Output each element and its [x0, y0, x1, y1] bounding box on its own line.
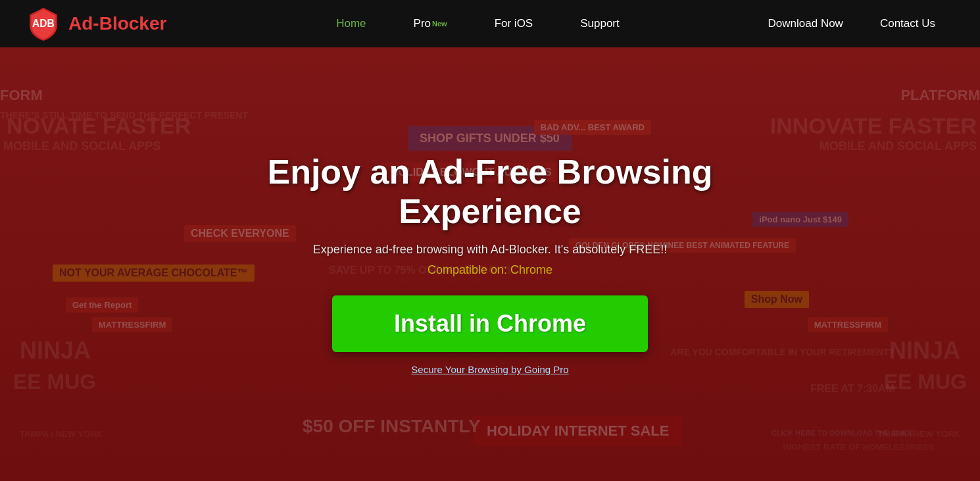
bg-text-4: mobile and social apps [820, 139, 977, 153]
nav-item-pro[interactable]: Pro New [390, 0, 471, 47]
navbar: ADB Ad-Blocker Home Pro New For iOS Supp… [0, 0, 980, 47]
secure-browsing-link[interactable]: Secure Your Browsing by Going Pro [411, 364, 568, 375]
hero-title: Enjoy an Ad-Free Browsing Experience [240, 153, 740, 232]
nav-pro-badge: New [432, 20, 447, 28]
nav-right: Download Now Contact Us [750, 0, 954, 47]
bg-banner-mattress: MATTRESSFIRM [92, 317, 172, 332]
nav-pro-label: Pro [414, 17, 431, 30]
hero-compatible: Compatible on: Chrome [240, 263, 740, 277]
hero-section: NOVATE FASTER mobile and social apps INN… [0, 47, 980, 481]
bg-text-2: mobile and social apps [3, 139, 160, 153]
hero-subtitle: Experience ad-free browsing with Ad-Bloc… [240, 243, 740, 257]
bg-text-1: NOVATE FASTER [7, 113, 191, 139]
install-chrome-button[interactable]: Install in Chrome [332, 295, 648, 352]
bg-text-ninja: NINJA [20, 337, 91, 365]
bg-banner-shop: Shop Now [745, 291, 809, 308]
bg-banner-mattress-r: MATTRESSFIRM [808, 317, 888, 332]
bg-text-mug-r: EE MUG [884, 370, 967, 394]
bg-text-highest: HIGHEST rate of HOMELESSNESS [783, 442, 934, 452]
logo-shield-icon: ADB [26, 7, 61, 41]
bg-text-click: Click Here to Download The Guide [772, 429, 914, 437]
bg-banner-holiday-internet: HOLIDAY INTERNET SALE [474, 416, 682, 446]
nav-item-ios[interactable]: For iOS [471, 0, 557, 47]
nav-item-home[interactable]: Home [312, 0, 389, 47]
bg-text-ninja-r: NINJA [889, 337, 960, 365]
bg-text-50off: $50 Off Instantly [303, 416, 481, 437]
bg-text-mug: EE MUG [13, 370, 96, 394]
bg-banner-shop-gifts: SHOP GIFTS UNDER $50 [408, 126, 572, 151]
bg-text-stilltime: There's Still Time to send the perfect p… [0, 110, 248, 120]
bg-text-platform-l: form [0, 87, 43, 104]
bg-text-platform-r: platform [900, 87, 980, 104]
bg-text-tampa-r: Tampa / New York [877, 429, 960, 439]
nav-download-now[interactable]: Download Now [750, 0, 862, 47]
bg-banner-1: NOT YOUR AVERAGE CHOCOLATE™ [53, 265, 255, 282]
hero-content: Enjoy an Ad-Free Browsing Experience Exp… [227, 153, 753, 376]
nav-item-support[interactable]: Support [556, 0, 643, 47]
bg-banner-badav: BAD ADV... BEST AWARD [534, 120, 651, 135]
logo-text: Ad-Blocker [68, 13, 166, 34]
nav-links: Home Pro New For iOS Support [206, 0, 749, 47]
bg-text-free: Free at 7:30am [810, 383, 894, 395]
logo-link[interactable]: ADB Ad-Blocker [26, 7, 166, 41]
nav-contact-us[interactable]: Contact Us [862, 0, 954, 47]
bg-text-tampa-l: Tampa / New York [20, 429, 103, 439]
bg-banner-ipod: iPod nano Just $149 [752, 212, 848, 227]
svg-text:ADB: ADB [32, 18, 55, 29]
bg-text-3: INNOVATE FASTER [770, 113, 977, 139]
bg-banner-2: Get the Report [66, 297, 138, 313]
